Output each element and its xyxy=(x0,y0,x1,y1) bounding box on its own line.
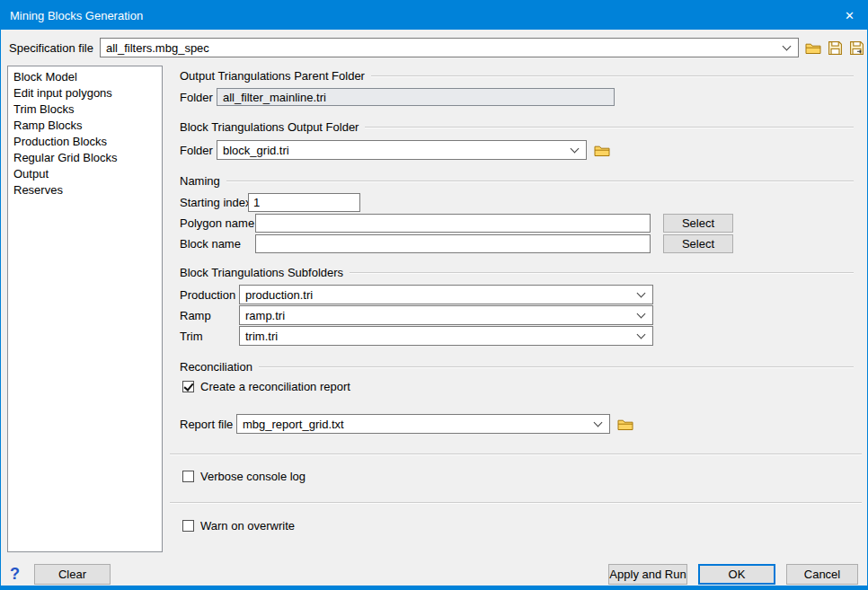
floppy-glyph xyxy=(828,40,843,56)
spec-file-label: Specification file xyxy=(9,41,93,55)
sidebar-item-edit-input-polygons[interactable]: Edit input polygons xyxy=(8,85,162,101)
apply-and-run-button[interactable]: Apply and Run xyxy=(608,564,687,585)
warn-overwrite-checkbox[interactable] xyxy=(182,520,194,532)
create-report-row: Create a reconciliation report xyxy=(180,380,854,393)
chevron-down-icon xyxy=(637,309,646,318)
create-report-label: Create a reconciliation report xyxy=(200,380,350,393)
trim-label: Trim xyxy=(180,330,239,343)
open-spec-folder-icon[interactable] xyxy=(804,39,823,57)
sidebar-item-production-blocks[interactable]: Production Blocks xyxy=(8,134,162,150)
report-file-row: Report file mbg_report_grid.txt xyxy=(180,414,854,434)
category-list: Block Model Edit input polygons Trim Blo… xyxy=(7,66,163,552)
ramp-combobox[interactable]: ramp.tri xyxy=(239,305,653,325)
trim-combobox[interactable]: trim.tri xyxy=(239,326,653,346)
block-name-row: Block name Select xyxy=(180,233,854,253)
sidebar-item-reserves[interactable]: Reserves xyxy=(8,182,162,198)
production-label: Production xyxy=(180,288,239,302)
ramp-value: ramp.tri xyxy=(240,309,638,322)
chevron-down-icon xyxy=(637,288,646,297)
trim-subfolder-row: Trim trim.tri xyxy=(180,326,854,346)
block-name-label: Block name xyxy=(180,237,255,251)
polygon-name-select-button[interactable]: Select xyxy=(663,214,733,233)
sidebar-item-regular-grid-blocks[interactable]: Regular Grid Blocks xyxy=(8,150,162,166)
section-separator xyxy=(170,454,862,455)
verbose-log-label: Verbose console log xyxy=(200,470,306,483)
folder-glyph xyxy=(617,418,633,431)
folder-glyph xyxy=(805,41,821,55)
sidebar-item-block-model[interactable]: Block Model xyxy=(8,69,162,85)
report-file-combobox[interactable]: mbg_report_grid.txt xyxy=(236,414,610,434)
sidebar-item-output[interactable]: Output xyxy=(8,166,162,182)
group-title-naming: Naming xyxy=(180,174,220,188)
output-folder-combobox[interactable]: block_grid.tri xyxy=(217,140,587,160)
spec-file-row: Specification file all_filters.mbg_spec xyxy=(1,30,867,66)
close-icon[interactable]: ✕ xyxy=(845,9,855,22)
block-name-input[interactable] xyxy=(255,234,651,253)
chevron-down-icon xyxy=(594,418,603,427)
parent-folder-row: Folder all_filter_mainline.tri xyxy=(180,87,854,107)
window-bottom-edge xyxy=(1,586,867,589)
group-rule xyxy=(226,181,854,182)
section-separator xyxy=(170,502,862,504)
folder-glyph xyxy=(594,144,610,157)
group-header-naming: Naming xyxy=(180,174,854,188)
output-folder-label: Folder xyxy=(180,144,217,157)
chevron-down-icon xyxy=(637,330,646,339)
cancel-button[interactable]: Cancel xyxy=(786,564,858,585)
report-file-value: mbg_report_grid.txt xyxy=(237,418,595,431)
browse-output-folder-icon[interactable] xyxy=(592,141,611,160)
group-rule xyxy=(259,366,854,368)
sidebar-item-ramp-blocks[interactable]: Ramp Blocks xyxy=(8,118,162,134)
group-title-subfolders: Block Triangulations Subfolders xyxy=(180,266,343,279)
clear-button[interactable]: Clear xyxy=(34,564,111,585)
parent-folder-field: all_filter_mainline.tri xyxy=(217,88,615,106)
parent-folder-value: all_filter_mainline.tri xyxy=(223,91,326,104)
warn-overwrite-label: Warn on overwrite xyxy=(200,519,295,533)
help-icon[interactable]: ? xyxy=(10,565,20,584)
verbose-log-checkbox[interactable] xyxy=(182,471,194,482)
spec-file-value: all_filters.mbg_spec xyxy=(101,41,784,55)
polygon-name-label: Polygon name xyxy=(180,216,255,230)
window-title: Mining Blocks Generation xyxy=(10,9,143,22)
floppy-save-as-glyph xyxy=(849,40,864,56)
trim-value: trim.tri xyxy=(240,330,638,343)
verbose-log-row: Verbose console log xyxy=(180,470,854,483)
ramp-subfolder-row: Ramp ramp.tri xyxy=(180,305,854,325)
sidebar-item-trim-blocks[interactable]: Trim Blocks xyxy=(8,101,162,118)
parent-folder-label: Folder xyxy=(180,91,217,104)
block-name-select-button[interactable]: Select xyxy=(663,234,733,253)
starting-index-input[interactable] xyxy=(248,193,360,212)
footer: ? Clear Apply and Run OK Cancel xyxy=(1,552,867,587)
polygon-name-input[interactable] xyxy=(255,214,651,233)
mining-blocks-generation-dialog: Mining Blocks Generation ✕ Specification… xyxy=(0,0,868,590)
group-header-output-folder: Block Triangulations Output Folder xyxy=(180,120,854,134)
output-folder-value: block_grid.tri xyxy=(217,144,571,157)
browse-report-file-icon[interactable] xyxy=(616,415,634,434)
group-rule xyxy=(371,75,854,77)
group-title-parent-folder: Output Triangulations Parent Folder xyxy=(180,69,365,83)
group-header-subfolders: Block Triangulations Subfolders xyxy=(180,266,854,279)
group-header-reconciliation: Reconciliation xyxy=(180,360,854,374)
group-rule xyxy=(350,272,854,274)
titlebar: Mining Blocks Generation ✕ xyxy=(1,1,867,30)
save-spec-icon[interactable] xyxy=(826,39,845,57)
starting-index-label: Starting index xyxy=(180,196,248,209)
group-title-reconciliation: Reconciliation xyxy=(180,360,252,374)
production-combobox[interactable]: production.tri xyxy=(239,285,653,304)
production-value: production.tri xyxy=(240,288,638,302)
ok-button[interactable]: OK xyxy=(698,564,775,585)
group-header-parent-folder: Output Triangulations Parent Folder xyxy=(180,69,854,83)
group-title-output-folder: Block Triangulations Output Folder xyxy=(180,120,359,134)
polygon-name-row: Polygon name Select xyxy=(180,213,854,233)
save-spec-as-icon[interactable] xyxy=(847,39,866,57)
spec-file-combobox[interactable]: all_filters.mbg_spec xyxy=(100,38,799,57)
report-file-label: Report file xyxy=(180,418,236,431)
ramp-label: Ramp xyxy=(180,309,239,322)
create-report-checkbox[interactable] xyxy=(182,381,194,392)
output-folder-row: Folder block_grid.tri xyxy=(180,140,854,160)
warn-overwrite-row: Warn on overwrite xyxy=(180,519,854,533)
chevron-down-icon xyxy=(783,41,792,50)
group-rule xyxy=(365,127,854,128)
chevron-down-icon xyxy=(571,144,580,153)
production-subfolder-row: Production production.tri xyxy=(180,285,854,304)
